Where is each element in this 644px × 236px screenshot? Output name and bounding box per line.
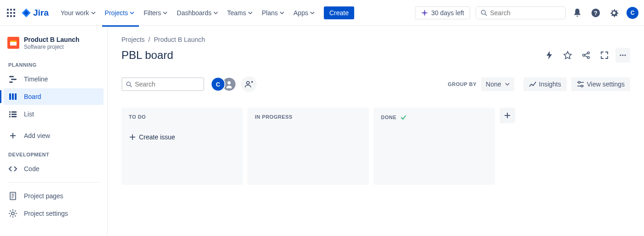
top-navbar: Jira Your work Projects Filters Dashboar… (0, 0, 644, 26)
chevron-down-icon (310, 11, 315, 15)
view-settings-button[interactable]: View settings (571, 77, 630, 91)
column-in-progress[interactable]: IN PROGRESS (247, 108, 369, 185)
svg-point-41 (624, 54, 626, 56)
plus-icon (129, 133, 136, 141)
add-person-icon (244, 80, 253, 89)
create-issue-button[interactable]: Create issue (126, 131, 238, 144)
nav-plans[interactable]: Plans (258, 7, 288, 18)
board-search-input[interactable] (135, 81, 200, 88)
svg-point-44 (228, 81, 231, 85)
svg-rect-19 (12, 93, 14, 100)
project-icon (7, 37, 19, 49)
divider (7, 182, 100, 183)
svg-rect-18 (9, 93, 11, 100)
breadcrumb-root[interactable]: Projects (121, 36, 145, 43)
sidebar: Product B Launch Software project PLANNI… (0, 26, 108, 236)
more-icon[interactable] (615, 48, 630, 63)
section-development: DEVELOPMENT (4, 144, 104, 160)
column-header: DONE (378, 114, 490, 121)
avatar-user[interactable]: C (211, 77, 225, 92)
app-switcher-icon[interactable] (6, 7, 17, 18)
svg-point-42 (126, 82, 130, 86)
jira-logo[interactable]: Jira (21, 8, 49, 18)
assignee-avatars: C (211, 77, 236, 92)
chevron-down-icon (91, 11, 96, 15)
global-search-input[interactable] (490, 9, 561, 17)
automation-icon[interactable] (542, 48, 557, 63)
title-actions (542, 48, 630, 63)
breadcrumb-current[interactable]: Product B Launch (154, 36, 205, 43)
chart-icon (529, 81, 536, 88)
nav-projects[interactable]: Projects (101, 7, 138, 18)
svg-point-40 (622, 54, 623, 56)
user-avatar[interactable]: C (627, 7, 638, 19)
section-planning: PLANNING (4, 55, 104, 70)
groupby-label: GROUP BY None (448, 77, 514, 91)
global-search[interactable] (476, 6, 566, 19)
svg-rect-23 (9, 114, 11, 115)
fullscreen-icon[interactable] (597, 48, 612, 63)
svg-rect-16 (11, 79, 17, 80)
sidebar-item-project-pages[interactable]: Project pages (4, 188, 104, 204)
check-icon (400, 114, 407, 121)
svg-line-10 (485, 14, 487, 16)
notifications-icon[interactable] (571, 7, 583, 19)
nav-teams[interactable]: Teams (224, 7, 256, 18)
main-content: Projects / Product B Launch PBL board C (108, 26, 644, 236)
sidebar-item-code[interactable]: Code (4, 161, 104, 177)
sidebar-item-board[interactable]: Board (4, 88, 104, 105)
sparkle-icon (421, 9, 428, 17)
svg-rect-21 (9, 111, 11, 113)
sidebar-item-timeline[interactable]: Timeline (4, 71, 104, 87)
nav-items: Your work Projects Filters Dashboards Te… (57, 6, 354, 19)
svg-rect-3 (7, 12, 9, 14)
insights-button[interactable]: Insights (523, 77, 567, 91)
nav-filters[interactable]: Filters (140, 7, 171, 18)
sidebar-item-add-view[interactable]: Add view (4, 127, 104, 144)
search-icon (126, 81, 132, 88)
groupby-select[interactable]: None (481, 77, 514, 91)
share-icon[interactable] (579, 48, 593, 63)
timeline-icon (8, 75, 17, 84)
add-people-button[interactable] (241, 76, 257, 92)
nav-apps[interactable]: Apps (290, 7, 318, 18)
sliders-icon (577, 81, 584, 88)
board-icon (8, 92, 17, 101)
breadcrumb-separator: / (149, 36, 150, 43)
nav-your-work[interactable]: Your work (57, 7, 99, 18)
svg-rect-5 (13, 12, 15, 14)
page-icon (8, 191, 17, 201)
svg-point-35 (587, 52, 589, 54)
svg-text:?: ? (594, 9, 598, 16)
plus-icon (503, 111, 512, 120)
board-search[interactable] (121, 77, 204, 91)
search-icon (481, 9, 487, 17)
add-column-button[interactable] (500, 108, 515, 123)
create-button[interactable]: Create (324, 6, 354, 19)
project-name: Product B Launch (24, 36, 80, 44)
project-header[interactable]: Product B Launch Software project (4, 34, 104, 55)
svg-point-51 (581, 85, 583, 87)
column-done[interactable]: DONE (374, 108, 495, 185)
svg-rect-4 (10, 12, 12, 14)
list-icon (8, 109, 17, 119)
settings-icon[interactable] (608, 7, 620, 19)
svg-point-39 (620, 54, 621, 56)
column-todo[interactable]: TO DO Create issue (121, 108, 243, 185)
svg-point-34 (583, 54, 585, 56)
svg-line-38 (585, 56, 587, 57)
sidebar-item-list[interactable]: List (4, 106, 104, 122)
nav-dashboards[interactable]: Dashboards (173, 7, 222, 18)
star-icon[interactable] (560, 48, 575, 63)
svg-rect-20 (15, 93, 17, 100)
chevron-down-icon (130, 11, 134, 15)
svg-rect-24 (12, 114, 17, 115)
trial-badge[interactable]: 30 days left (415, 6, 470, 19)
sidebar-item-project-settings[interactable]: Project settings (4, 205, 104, 222)
code-icon (8, 164, 17, 173)
help-icon[interactable]: ? (590, 7, 602, 19)
chevron-down-icon (163, 11, 167, 15)
plus-icon (8, 131, 17, 140)
gear-icon (8, 209, 17, 218)
brand-name: Jira (33, 8, 49, 18)
